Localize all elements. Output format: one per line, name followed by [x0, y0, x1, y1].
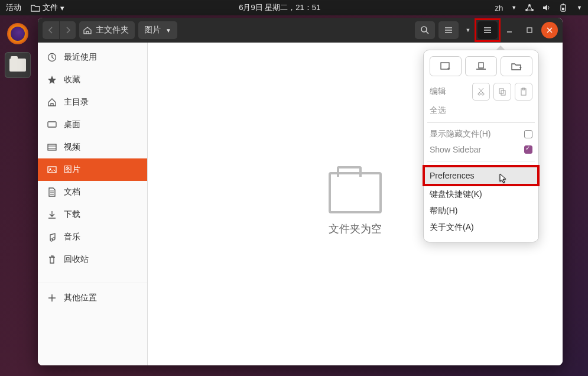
svg-point-6 [421, 27, 427, 32]
svg-text:+: + [447, 66, 450, 70]
sidebar-label: 收藏 [64, 74, 80, 85]
sidebar-item-downloads[interactable]: 下载 [38, 203, 147, 226]
firefox-icon [7, 23, 28, 44]
sidebar-item-documents[interactable]: 文档 [38, 181, 147, 203]
pictures-icon [47, 165, 57, 174]
sidebar-item-recent[interactable]: 最近使用 [38, 46, 147, 69]
svg-line-37 [479, 88, 483, 93]
window-body: 最近使用 收藏 主目录 桌面 视频 图片 [38, 43, 563, 365]
shortcuts-item[interactable]: 键盘快捷键(K) [430, 186, 532, 203]
file-view: 文件夹为空 + + 编辑 全选 显示 [148, 43, 563, 365]
music-icon [47, 232, 57, 242]
hamburger-popover: + + 编辑 全选 显示隐藏文件(H) [423, 50, 539, 242]
sidebar-label: 最近使用 [64, 52, 97, 63]
sidebar-label: 文档 [64, 187, 80, 197]
close-button[interactable] [541, 22, 558, 38]
hamburger-icon [483, 26, 492, 34]
copy-button[interactable] [493, 83, 511, 101]
sidebar-item-home[interactable]: 主目录 [38, 91, 147, 114]
volume-icon[interactable] [542, 4, 551, 12]
sidebar-label: 桌面 [64, 119, 80, 130]
nav-buttons [43, 21, 76, 39]
preferences-item[interactable]: Preferences [425, 167, 537, 184]
new-window-button[interactable]: + [430, 56, 462, 76]
search-button[interactable] [415, 21, 435, 39]
sidebar-label: 回收站 [64, 254, 89, 265]
hamburger-menu-button[interactable] [477, 21, 498, 39]
svg-rect-19 [48, 122, 56, 127]
clock-label[interactable]: 6月9日 星期二，21：51 [64, 2, 495, 13]
sidebar-item-desktop[interactable]: 桌面 [38, 114, 147, 136]
sidebar-label: 其他位置 [64, 293, 97, 303]
copy-icon [498, 87, 506, 96]
firefox-launcher[interactable] [5, 21, 30, 46]
help-item[interactable]: 帮助(H) [430, 203, 532, 219]
status-dropdown-icon: ▼ [511, 5, 516, 11]
home-icon [83, 26, 92, 34]
minimize-icon [506, 27, 512, 33]
activities-button[interactable]: 活动 [6, 2, 21, 13]
svg-line-38 [479, 88, 483, 93]
maximize-button[interactable] [521, 22, 538, 38]
sidebar-item-music[interactable]: 音乐 [38, 226, 147, 248]
cut-icon [477, 87, 485, 96]
back-button[interactable] [43, 21, 59, 39]
svg-rect-5 [562, 8, 564, 10]
chevron-left-icon [48, 27, 54, 34]
new-tab-button[interactable] [465, 56, 497, 76]
sidebar-label: 图片 [64, 164, 80, 175]
select-all-item[interactable]: 全选 [430, 102, 532, 119]
files-launcher[interactable] [5, 52, 31, 78]
places-sidebar: 最近使用 收藏 主目录 桌面 视频 图片 [38, 43, 148, 365]
show-hidden-item[interactable]: 显示隐藏文件(H) [430, 129, 490, 140]
path-bar[interactable]: 主文件夹 [79, 21, 135, 39]
sidebar-item-videos[interactable]: 视频 [38, 136, 147, 158]
svg-rect-15 [527, 28, 532, 33]
chevron-down-icon: ▼ [466, 27, 471, 33]
clock-icon [47, 53, 57, 62]
view-list-button[interactable] [438, 21, 459, 39]
search-icon [420, 25, 430, 35]
documents-icon [47, 187, 57, 197]
paste-button[interactable] [515, 83, 532, 101]
sidebar-item-trash[interactable]: 回收站 [38, 248, 147, 271]
trash-icon [47, 255, 57, 264]
sidebar-item-other[interactable]: 其他位置 [38, 283, 147, 309]
folder-icon [9, 59, 26, 72]
about-item[interactable]: 关于文件(A) [430, 219, 532, 236]
sidebar-item-starred[interactable]: 收藏 [38, 69, 147, 91]
plus-icon [47, 293, 57, 303]
maximize-icon [527, 27, 532, 33]
close-icon [547, 27, 553, 33]
battery-icon[interactable] [559, 4, 568, 12]
minimize-button[interactable] [501, 22, 518, 38]
new-folder-icon: + [511, 62, 522, 70]
location-dropdown[interactable]: 图片 ▼ [138, 21, 177, 39]
show-sidebar-item[interactable]: Show Sidebar [430, 145, 481, 154]
network-icon[interactable] [525, 4, 534, 12]
view-menu-button[interactable]: ▼ [462, 21, 474, 39]
svg-rect-32 [479, 63, 483, 68]
sidebar-item-pictures[interactable]: 图片 [38, 158, 147, 181]
show-sidebar-checkbox[interactable] [524, 145, 532, 154]
sidebar-label: 下载 [64, 209, 80, 220]
sidebar-label: 主目录 [64, 97, 89, 108]
files-window: 主文件夹 图片 ▼ ▼ [38, 18, 563, 365]
cut-button[interactable] [472, 83, 490, 101]
language-indicator[interactable]: zh [495, 4, 503, 12]
forward-button[interactable] [59, 21, 76, 39]
svg-rect-20 [48, 144, 56, 150]
edit-label: 编辑 [430, 86, 446, 97]
show-hidden-checkbox[interactable] [524, 130, 532, 138]
home-icon [47, 98, 57, 107]
dock [0, 15, 35, 376]
highlight-box-preferences: Preferences [423, 165, 540, 186]
empty-folder-icon [329, 172, 382, 213]
new-folder-button[interactable]: + [501, 56, 532, 76]
sidebar-label: 视频 [64, 142, 80, 153]
app-menu[interactable]: 文件 ▾ [31, 2, 64, 13]
home-crumb-label: 主文件夹 [96, 25, 129, 35]
empty-folder-label: 文件夹为空 [329, 222, 382, 236]
svg-point-36 [482, 93, 484, 95]
svg-rect-4 [563, 4, 564, 5]
